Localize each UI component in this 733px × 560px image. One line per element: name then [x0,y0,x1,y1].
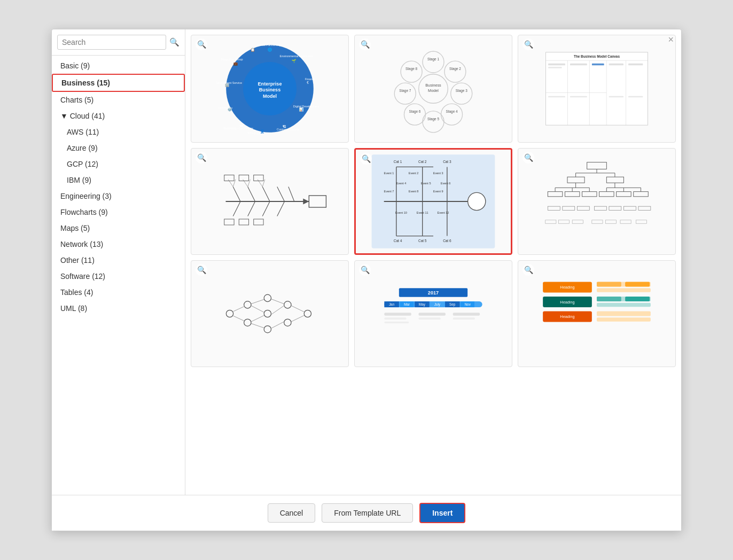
sidebar-item-software[interactable]: Software (12) [52,268,185,284]
svg-line-171 [291,306,304,312]
cancel-button[interactable]: Cancel [268,503,316,523]
svg-text:Mar: Mar [404,302,410,306]
zoom-icon[interactable]: 🔍 [196,38,207,50]
template-card-business-flower[interactable]: 🔍 Business Model Stage 1 Stage 2 Stage 3 [354,35,512,143]
svg-text:Sep: Sep [449,302,456,307]
sidebar-item-network[interactable]: Network (13) [52,236,185,252]
svg-rect-210 [625,297,650,301]
svg-rect-151 [620,220,631,223]
svg-rect-65 [309,196,326,207]
sidebar-item-ibm[interactable]: IBM (9) [52,172,185,188]
sidebar-item-charts[interactable]: Charts (5) [52,92,185,108]
sidebar-item-flowcharts[interactable]: Flowcharts (9) [52,204,185,220]
svg-line-80 [262,180,265,187]
svg-line-162 [233,307,244,312]
svg-text:Stage 2: Stage 2 [449,67,461,71]
sidebar-item-azure[interactable]: Azure (9) [52,140,185,156]
sidebar-item-basic[interactable]: Basic (9) [52,58,185,74]
svg-text:Enterprise: Enterprise [258,81,282,87]
search-input[interactable] [57,35,166,50]
svg-rect-56 [592,64,604,66]
sidebar-item-uml[interactable]: UML (8) [52,300,185,316]
svg-text:Model: Model [263,94,277,99]
svg-text:Stage 5: Stage 5 [427,117,439,121]
template-card-matrix-colored[interactable]: 🔍 Heading Heading Head [518,260,676,367]
svg-line-169 [271,306,284,315]
svg-text:💼: 💼 [233,61,238,66]
svg-text:Stage 6: Stage 6 [409,110,420,114]
zoom-icon-5[interactable]: 🔍 [360,153,372,165]
svg-line-70 [288,187,294,202]
svg-rect-81 [224,175,234,181]
svg-text:Event 8: Event 8 [409,190,419,193]
zoom-icon-2[interactable]: 🔍 [359,38,371,50]
svg-rect-191 [419,313,446,316]
svg-text:Event 3: Event 3 [433,172,443,175]
insert-button[interactable]: Insert [419,503,465,523]
svg-point-31 [445,61,466,82]
search-button[interactable]: 🔍 [169,37,180,47]
svg-rect-118 [606,177,623,183]
from-template-url-button[interactable]: From Template URL [322,503,413,523]
svg-line-163 [233,316,244,321]
svg-rect-117 [567,177,584,183]
svg-text:Heading: Heading [560,285,574,290]
svg-text:Digital Development: Digital Development [293,105,319,108]
svg-rect-123 [548,192,563,197]
svg-text:Cat 4: Cat 4 [394,239,402,243]
svg-text:Stage 4: Stage 4 [446,110,458,114]
svg-rect-45 [546,52,648,125]
svg-line-71 [233,201,240,216]
svg-rect-207 [597,282,621,286]
svg-text:Event 10: Event 10 [395,211,407,214]
svg-rect-209 [597,297,621,301]
svg-line-77 [243,180,248,187]
template-card-enterprise-business[interactable]: 🔍 Enterprise Business Model 🌐 🌱 € 📊 [191,35,349,143]
svg-text:Event 1: Event 1 [384,172,394,175]
template-card-timeline[interactable]: 🔍 2017 Jan [354,260,512,367]
template-card-tree[interactable]: 🔍 [518,148,676,255]
template-card-fishbone-simple[interactable]: 🔍 [191,148,349,255]
svg-point-92 [468,192,486,210]
svg-text:€: € [307,81,309,84]
sidebar-item-tables[interactable]: Tables (4) [52,284,185,300]
svg-text:🌐: 🌐 [268,48,272,52]
zoom-icon-4[interactable]: 🔍 [196,152,207,164]
svg-text:Event 2: Event 2 [409,172,419,175]
svg-rect-53 [548,64,565,66]
svg-rect-190 [384,322,409,324]
svg-text:Stage 8: Stage 8 [406,67,417,71]
sidebar-item-gcp[interactable]: GCP (12) [52,156,185,172]
svg-point-41 [394,83,416,104]
sidebar-item-cloud[interactable]: ▼ Cloud (41) [52,108,185,124]
sidebar-item-engineering[interactable]: Engineering (3) [52,188,185,204]
zoom-icon-9[interactable]: 🔍 [523,264,534,276]
svg-text:Infrastructure: Infrastructure [248,131,265,135]
svg-point-153 [226,310,233,317]
template-card-canvas[interactable]: 🔍 The Business Model Canvas [518,35,676,143]
dialog-body: 🔍 Basic (9)Business (15)Charts (5)▼ Clou… [52,29,681,495]
sidebar-item-maps[interactable]: Maps (5) [52,220,185,236]
zoom-icon-3[interactable]: 🔍 [523,38,534,50]
template-card-ishikawa[interactable]: 🔍 Cat 1 Cat 2 Cat 3 [354,148,512,255]
zoom-icon-8[interactable]: 🔍 [359,264,371,276]
sidebar-item-aws[interactable]: AWS (11) [52,124,185,140]
svg-rect-206 [597,317,651,321]
sidebar-item-other[interactable]: Other (11) [52,252,185,268]
svg-text:Event 5: Event 5 [421,182,431,185]
svg-rect-205 [597,311,651,316]
svg-text:Event 9: Event 9 [433,190,443,193]
svg-text:Stage 1: Stage 1 [427,57,439,61]
close-button[interactable]: × [668,35,674,44]
zoom-icon-7[interactable]: 🔍 [196,264,207,276]
svg-rect-140 [563,206,575,210]
svg-rect-147 [559,220,570,223]
svg-rect-189 [384,317,406,320]
svg-text:📋: 📋 [251,48,255,52]
svg-text:Response Group: Response Group [221,58,243,61]
zoom-icon-6[interactable]: 🔍 [523,152,534,164]
template-card-process-arrows[interactable]: 🔍 [191,260,349,367]
svg-rect-85 [239,219,248,225]
svg-rect-132 [617,192,631,197]
sidebar-item-business[interactable]: Business (15) [52,74,185,92]
